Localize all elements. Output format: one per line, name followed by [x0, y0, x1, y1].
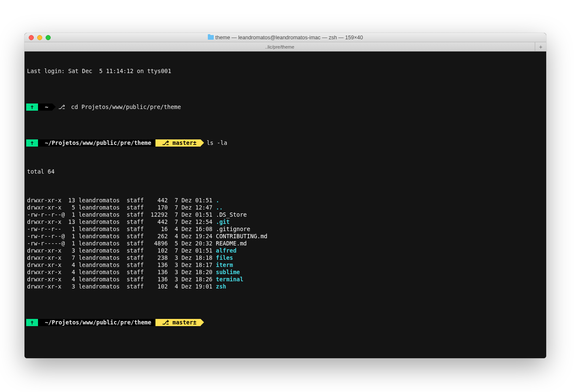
ls-filename: terminal — [216, 276, 243, 283]
command-text: cd Projetos/www/public/pre/theme — [65, 103, 181, 111]
last-login: Last login: Sat Dec 5 11:14:12 on ttys00… — [26, 68, 171, 75]
ls-meta: -rw-r--r--@ 1 leandromatos staff 12292 7… — [26, 211, 216, 218]
path-segment: ~/Projetos/www/public/pre/theme — [38, 319, 155, 326]
ls-meta: drwxr-xr-x 7 leandromatos staff 238 3 De… — [26, 254, 216, 261]
ls-row: drwxr-xr-x 3 leandromatos staff 102 4 De… — [26, 283, 544, 290]
command-text: ls -la — [201, 139, 227, 147]
ls-filename: . — [216, 197, 219, 204]
ls-row: drwxr-xr-x 4 leandromatos staff 136 3 De… — [26, 261, 544, 269]
ls-filename: iterm — [216, 261, 233, 269]
ls-filename: .. — [216, 204, 223, 211]
path-segment: ~ — [38, 103, 52, 111]
path-segment: ~/Projetos/www/public/pre/theme — [38, 139, 155, 147]
branch-segment: ⎇ master± — [155, 139, 201, 147]
ls-row: drwxr-xr-x 13 leandromatos staff 442 7 D… — [26, 197, 544, 204]
tab-theme[interactable]: ..lic/pre/theme — [24, 42, 535, 51]
cross-icon: ✝ — [30, 319, 34, 326]
ls-filename: CONTRIBUTING.md — [216, 233, 267, 240]
terminal-window: theme — leandromatos@leandromatos-imac —… — [24, 33, 546, 358]
ls-row: -rw-r--r--@ 1 leandromatos staff 262 4 D… — [26, 233, 544, 240]
ls-filename: README.md — [216, 240, 247, 247]
status-segment: ✝ — [26, 139, 38, 147]
ls-row: drwxr-xr-x 4 leandromatos staff 136 3 De… — [26, 276, 544, 283]
close-button[interactable] — [29, 35, 34, 40]
branch-icon: ⎇ — [162, 139, 169, 147]
ls-meta: -rw-r--r-- 1 leandromatos staff 16 4 Dez… — [26, 226, 216, 233]
status-segment: ✝ — [26, 103, 38, 111]
ls-row: -rw-r-----@ 1 leandromatos staff 4896 5 … — [26, 240, 544, 247]
ls-filename: alfred — [216, 247, 237, 254]
ls-meta: drwxr-xr-x 4 leandromatos staff 136 3 De… — [26, 261, 216, 269]
cross-icon: ✝ — [30, 103, 34, 111]
ls-meta: drwxr-xr-x 3 leandromatos staff 102 4 De… — [26, 283, 216, 290]
prompt-line-2: ✝ ~/Projetos/www/public/pre/theme ⎇ mast… — [26, 139, 544, 147]
total-line: total 64 — [26, 168, 54, 175]
ls-meta: drwxr-xr-x 13 leandromatos staff 442 7 D… — [26, 197, 216, 204]
minimize-button[interactable] — [37, 35, 42, 40]
branch-icon: ⎇ — [162, 319, 169, 326]
ls-meta: -rw-r-----@ 1 leandromatos staff 4896 5 … — [26, 240, 216, 247]
ls-meta: drwxr-xr-x 3 leandromatos staff 102 7 De… — [26, 247, 216, 254]
ls-row: drwxr-xr-x 5 leandromatos staff 170 7 De… — [26, 204, 544, 211]
ls-meta: -rw-r--r--@ 1 leandromatos staff 262 4 D… — [26, 233, 216, 240]
terminal-body[interactable]: Last login: Sat Dec 5 11:14:12 on ttys00… — [24, 52, 546, 358]
tab-bar: ..lic/pre/theme + — [24, 42, 546, 52]
ls-filename: .gitignore — [216, 226, 250, 233]
ls-row: drwxr-xr-x 3 leandromatos staff 102 7 De… — [26, 247, 544, 254]
prompt-line-3: ✝ ~/Projetos/www/public/pre/theme ⎇ mast… — [26, 319, 544, 326]
ls-filename: zsh — [216, 283, 226, 290]
ls-row: drwxr-xr-x 4 leandromatos staff 136 3 De… — [26, 269, 544, 276]
ls-meta: drwxr-xr-x 13 leandromatos staff 442 7 D… — [26, 218, 216, 226]
ls-row: drwxr-xr-x 7 leandromatos staff 238 3 De… — [26, 254, 544, 261]
status-segment: ✝ — [26, 319, 38, 326]
prompt-line-1: ✝ ~ ⎇ cd Projetos/www/public/pre/theme — [26, 103, 544, 111]
ls-row: -rw-r--r--@ 1 leandromatos staff 12292 7… — [26, 211, 544, 218]
folder-icon — [208, 35, 214, 40]
branch-segment: ⎇ master± — [155, 319, 201, 326]
ls-meta: drwxr-xr-x 4 leandromatos staff 136 3 De… — [26, 269, 216, 276]
ls-filename: sublime — [216, 269, 240, 276]
zoom-button[interactable] — [46, 35, 51, 40]
ls-row: -rw-r--r-- 1 leandromatos staff 16 4 Dez… — [26, 226, 544, 233]
ls-output: drwxr-xr-x 13 leandromatos staff 442 7 D… — [26, 197, 544, 290]
new-tab-button[interactable]: + — [535, 42, 546, 51]
window-title: theme — leandromatos@leandromatos-imac —… — [24, 35, 546, 41]
ls-filename: .DS_Store — [216, 211, 247, 218]
titlebar: theme — leandromatos@leandromatos-imac —… — [24, 33, 546, 42]
ls-filename: .git — [216, 218, 230, 226]
ls-row: drwxr-xr-x 13 leandromatos staff 442 7 D… — [26, 218, 544, 226]
ls-meta: drwxr-xr-x 4 leandromatos staff 136 3 De… — [26, 276, 216, 283]
window-title-text: theme — leandromatos@leandromatos-imac —… — [215, 35, 363, 41]
cross-icon: ✝ — [30, 139, 34, 147]
ls-filename: files — [216, 254, 233, 261]
traffic-lights — [24, 35, 51, 40]
ls-meta: drwxr-xr-x 5 leandromatos staff 170 7 De… — [26, 204, 216, 211]
